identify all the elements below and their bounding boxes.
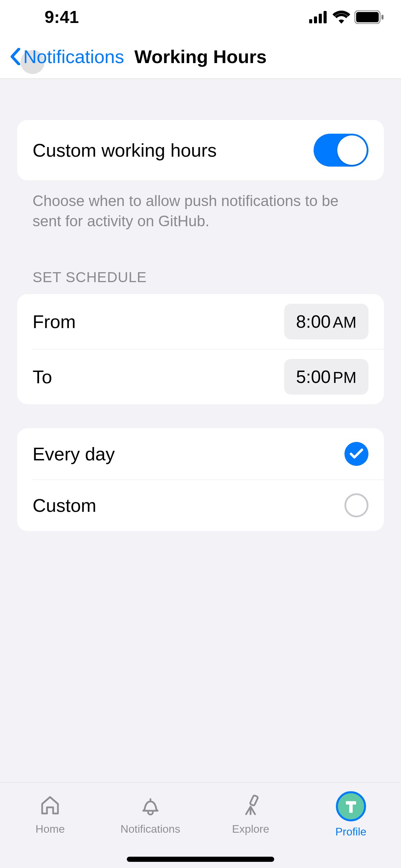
tab-bar: Home Notifications Explore Prof [0, 782, 401, 868]
custom-label: Custom [33, 495, 96, 516]
tab-explore-label: Explore [232, 823, 269, 835]
tab-explore[interactable]: Explore [200, 791, 301, 835]
from-ampm: AM [333, 313, 356, 331]
page-title: Working Hours [134, 46, 267, 67]
svg-rect-0 [309, 19, 312, 23]
status-time: 9:41 [45, 7, 79, 27]
to-time-button[interactable]: 5:00 PM [284, 359, 368, 395]
status-bar: 9:41 [0, 0, 401, 34]
custom-hours-cell: Custom working hours [17, 120, 384, 180]
home-indicator[interactable] [127, 857, 274, 862]
back-label: Notifications [23, 46, 124, 67]
svg-rect-7 [250, 795, 258, 806]
svg-rect-6 [381, 15, 384, 20]
content: Custom working hours Choose when to allo… [0, 79, 401, 531]
home-icon [36, 791, 64, 819]
everyday-label: Every day [33, 443, 115, 465]
avatar-icon [336, 791, 366, 821]
to-time: 5:00 [296, 366, 331, 387]
custom-row[interactable]: Custom [33, 480, 384, 531]
custom-hours-footer: Choose when to allow push notifications … [17, 180, 384, 231]
telescope-icon [237, 791, 264, 819]
tab-notifications-label: Notifications [121, 823, 180, 835]
svg-rect-2 [319, 14, 322, 23]
chevron-left-icon [10, 48, 21, 65]
from-time: 8:00 [296, 311, 331, 332]
back-button[interactable]: Notifications [10, 46, 124, 67]
svg-rect-9 [349, 801, 353, 813]
status-icons [309, 10, 384, 24]
cellular-icon [309, 11, 328, 23]
svg-rect-3 [324, 11, 327, 23]
schedule-header: SET SCHEDULE [17, 231, 384, 294]
wifi-icon [332, 11, 350, 24]
custom-hours-group: Custom working hours [17, 120, 384, 180]
svg-rect-5 [356, 12, 379, 22]
navigation-bar: Notifications Working Hours [0, 34, 401, 79]
tab-home-label: Home [36, 823, 65, 835]
svg-rect-1 [314, 16, 317, 23]
to-row: To 5:00 PM [33, 349, 384, 404]
custom-hours-label: Custom working hours [33, 140, 217, 161]
tab-home[interactable]: Home [0, 791, 100, 835]
switch-knob [337, 135, 367, 165]
checkmark-selected-icon [344, 442, 368, 466]
days-group: Every day Custom [17, 428, 384, 531]
tab-profile-label: Profile [335, 825, 366, 838]
tab-profile[interactable]: Profile [301, 791, 401, 838]
custom-hours-switch[interactable] [314, 134, 368, 167]
from-time-button[interactable]: 8:00 AM [284, 304, 368, 339]
battery-icon [354, 10, 384, 24]
schedule-group: From 8:00 AM To 5:00 PM [17, 294, 384, 404]
to-label: To [33, 366, 52, 387]
from-row: From 8:00 AM [17, 294, 384, 349]
bell-icon [137, 791, 164, 819]
from-label: From [33, 311, 76, 332]
radio-unselected-icon [344, 493, 368, 517]
tab-notifications[interactable]: Notifications [100, 791, 201, 835]
everyday-row[interactable]: Every day [17, 428, 384, 480]
to-ampm: PM [333, 368, 356, 387]
